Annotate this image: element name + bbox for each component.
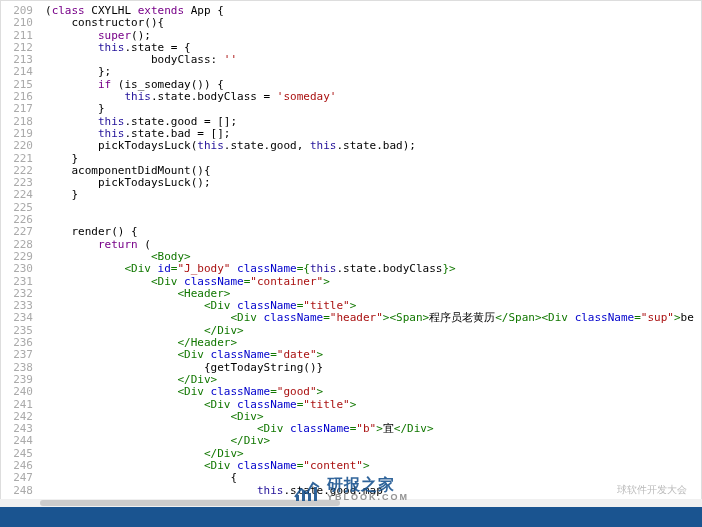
- code-content[interactable]: (class CXYLHL extends App { constructor(…: [41, 1, 701, 501]
- line-number: 224: [1, 189, 33, 201]
- line-number: 231: [1, 276, 33, 288]
- line-number: 210: [1, 17, 33, 29]
- code-line: [45, 214, 701, 226]
- line-number: 227: [1, 226, 33, 238]
- line-number: 217: [1, 103, 33, 115]
- line-number-gutter: 2092102112122132142152162172182192202212…: [1, 1, 41, 501]
- line-number: 221: [1, 153, 33, 165]
- svg-rect-1: [302, 491, 305, 501]
- code-line: [45, 202, 701, 214]
- footer-bar: [0, 507, 702, 527]
- chart-icon: [293, 479, 321, 501]
- watermark: 研报之家 YBLOOK.COM: [293, 477, 409, 502]
- line-number: 237: [1, 349, 33, 361]
- line-number: 234: [1, 312, 33, 324]
- code-editor: 2092102112122132142152162172182192202212…: [0, 0, 702, 527]
- line-number: 248: [1, 485, 33, 497]
- code-line: }: [45, 189, 701, 201]
- watermark-main: 研报之家: [327, 477, 409, 493]
- line-number: 244: [1, 435, 33, 447]
- line-number: 241: [1, 399, 33, 411]
- code-area: 2092102112122132142152162172182192202212…: [1, 1, 701, 501]
- code-line: pickTodaysLuck();: [45, 177, 701, 189]
- svg-rect-0: [296, 495, 299, 501]
- line-number: 247: [1, 472, 33, 484]
- line-number: 240: [1, 386, 33, 398]
- watermark-text: 研报之家 YBLOOK.COM: [327, 477, 409, 502]
- code-line: bodyClass: '': [45, 54, 701, 66]
- line-number: 230: [1, 263, 33, 275]
- watermark-sub: YBLOOK.COM: [327, 493, 409, 502]
- line-number: 220: [1, 140, 33, 152]
- code-line: pickTodaysLuck(this.state.good, this.sta…: [45, 140, 701, 152]
- bottom-right-text: 球软件开发大会: [617, 483, 687, 497]
- svg-rect-3: [314, 487, 317, 501]
- svg-rect-2: [308, 493, 311, 501]
- code-line: this.state.bodyClass = 'someday': [45, 91, 701, 103]
- line-number: 214: [1, 66, 33, 78]
